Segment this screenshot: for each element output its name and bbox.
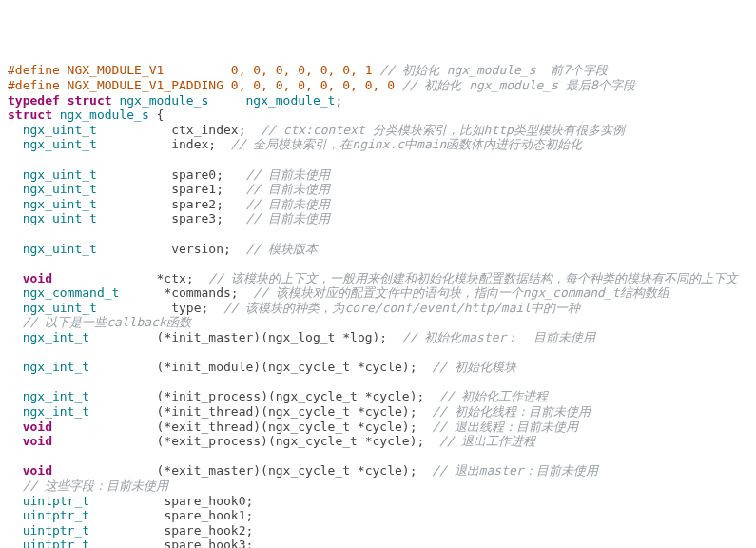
void-kw: void bbox=[23, 463, 52, 478]
comment: // 该模块的种类，为core/conf/event/http/mail中的一种 bbox=[223, 301, 580, 315]
void-kw: void bbox=[23, 271, 52, 285]
define-line-2: #define NGX_MODULE_V1_PADDING 0, 0, 0, 0… bbox=[8, 78, 402, 92]
comment: // 目前未使用 bbox=[246, 211, 330, 225]
field: spare_hook0; bbox=[164, 494, 253, 508]
field: ctx_index; bbox=[171, 123, 245, 137]
void-kw: void bbox=[23, 434, 52, 448]
type: ngx_uint_t bbox=[23, 182, 97, 196]
type: uintptr_t bbox=[23, 494, 89, 508]
field: (*init_module)(ngx_cycle_t *cycle); bbox=[157, 360, 417, 374]
typedef-kw: typedef bbox=[8, 93, 60, 108]
comment: // 初始化模块 bbox=[432, 360, 515, 374]
field: (*init_thread)(ngx_cycle_t *cycle); bbox=[157, 404, 417, 419]
field: spare_hook1; bbox=[164, 508, 253, 522]
type: ngx_int_t bbox=[23, 360, 89, 374]
field: type; bbox=[171, 301, 208, 315]
comment: // 退出工作进程 bbox=[439, 434, 535, 448]
type: ngx_uint_t bbox=[23, 211, 97, 225]
field: spare0; bbox=[171, 167, 223, 182]
comment: // 目前未使用 bbox=[246, 197, 330, 211]
field: *commands; bbox=[164, 285, 238, 300]
field: (*exit_process)(ngx_cycle_t *cycle); bbox=[157, 434, 425, 448]
type: uintptr_t bbox=[23, 508, 89, 522]
code-block: #define NGX_MODULE_V1 0, 0, 0, 0, 0, 0, … bbox=[8, 63, 748, 548]
struct-kw: struct bbox=[68, 93, 112, 108]
comment: // 初始化线程：目前未使用 bbox=[432, 404, 590, 419]
comment: // ctx:context 分类模块索引，比如http类型模块有很多实例 bbox=[261, 123, 625, 137]
type: uintptr_t bbox=[23, 538, 89, 548]
field: (*init_master)(ngx_log_t *log); bbox=[157, 330, 388, 344]
type: uintptr_t bbox=[23, 523, 89, 538]
field: (*exit_master)(ngx_cycle_t *cycle); bbox=[157, 463, 417, 478]
field: spare3; bbox=[171, 211, 223, 225]
type: ngx_int_t bbox=[23, 389, 89, 403]
comment: // 模块版本 bbox=[246, 242, 318, 256]
field: (*exit_thread)(ngx_cycle_t *cycle); bbox=[157, 420, 417, 434]
field: index; bbox=[171, 137, 216, 151]
type: ngx_int_t bbox=[23, 404, 89, 419]
comment: // 退出master：目前未使用 bbox=[432, 463, 597, 478]
comment: // 退出线程：目前未使用 bbox=[432, 420, 577, 434]
comment: // 目前未使用 bbox=[246, 167, 330, 182]
field: version; bbox=[171, 242, 231, 256]
type: ngx_uint_t bbox=[23, 197, 97, 211]
type: ngx_uint_t bbox=[23, 167, 97, 182]
brace: { bbox=[149, 108, 165, 122]
comment: // 全局模块索引，在nginx.c中main函数体内进行动态初始化 bbox=[231, 137, 583, 151]
comment: // 这些字段：目前未使用 bbox=[23, 479, 168, 493]
type-name: ngx_module_t bbox=[245, 93, 335, 108]
struct-kw: struct bbox=[8, 108, 52, 122]
comment: // 初始化 ngx_module_s 最后8个字段 bbox=[402, 78, 635, 92]
field: spare2; bbox=[171, 197, 223, 211]
type: ngx_uint_t bbox=[23, 137, 97, 151]
type: ngx_uint_t bbox=[23, 242, 97, 256]
field: spare1; bbox=[171, 182, 223, 196]
comment: // 初始化工作进程 bbox=[439, 389, 548, 403]
comment: // 初始化master： 目前未使用 bbox=[402, 330, 595, 344]
field: spare_hook3; bbox=[164, 538, 253, 548]
type: ngx_int_t bbox=[23, 330, 89, 344]
void-kw: void bbox=[23, 420, 52, 434]
comment: // 该模块的上下文，一般用来创建和初始化模块配置数据结构，每个种类的模块有不同… bbox=[208, 271, 737, 285]
comment: // 以下是一些callback函数 bbox=[23, 315, 191, 329]
comment: // 目前未使用 bbox=[246, 182, 330, 196]
field: *ctx; bbox=[157, 271, 194, 285]
type-name: ngx_module_s bbox=[60, 108, 149, 122]
type-name: ngx_module_s bbox=[119, 93, 208, 108]
comment: // 该模块对应的配置文件中的语句块，指向一个ngx_command_t结构数组 bbox=[253, 285, 669, 300]
type: ngx_uint_t bbox=[23, 301, 97, 315]
field: (*init_process)(ngx_cycle_t *cycle); bbox=[157, 389, 425, 403]
type: ngx_uint_t bbox=[23, 123, 97, 137]
define-line-1: #define NGX_MODULE_V1 0, 0, 0, 0, 0, 0, … bbox=[8, 63, 379, 77]
field: spare_hook2; bbox=[164, 523, 253, 538]
type: ngx_command_t bbox=[23, 285, 120, 300]
comment: // 初始化 ngx_module_s 前7个字段 bbox=[379, 63, 608, 77]
